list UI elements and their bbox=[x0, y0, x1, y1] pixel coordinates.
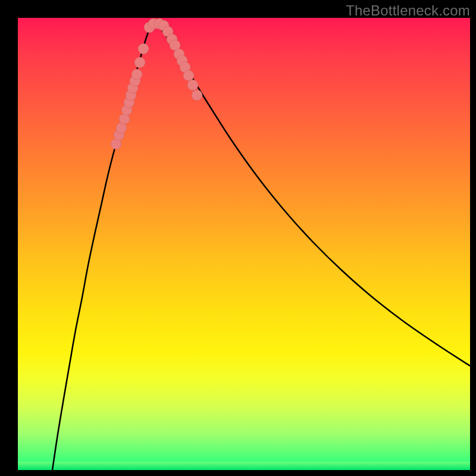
data-point bbox=[131, 69, 142, 80]
dots-layer bbox=[18, 18, 470, 470]
data-point bbox=[192, 90, 202, 101]
data-point bbox=[138, 43, 149, 54]
chart-frame: TheBottleneck.com bbox=[0, 0, 476, 476]
watermark-text: TheBottleneck.com bbox=[346, 2, 470, 19]
data-point bbox=[187, 80, 198, 90]
data-point bbox=[134, 57, 145, 68]
data-point bbox=[183, 70, 194, 81]
plot-area bbox=[18, 18, 470, 470]
data-point-group bbox=[111, 18, 202, 149]
